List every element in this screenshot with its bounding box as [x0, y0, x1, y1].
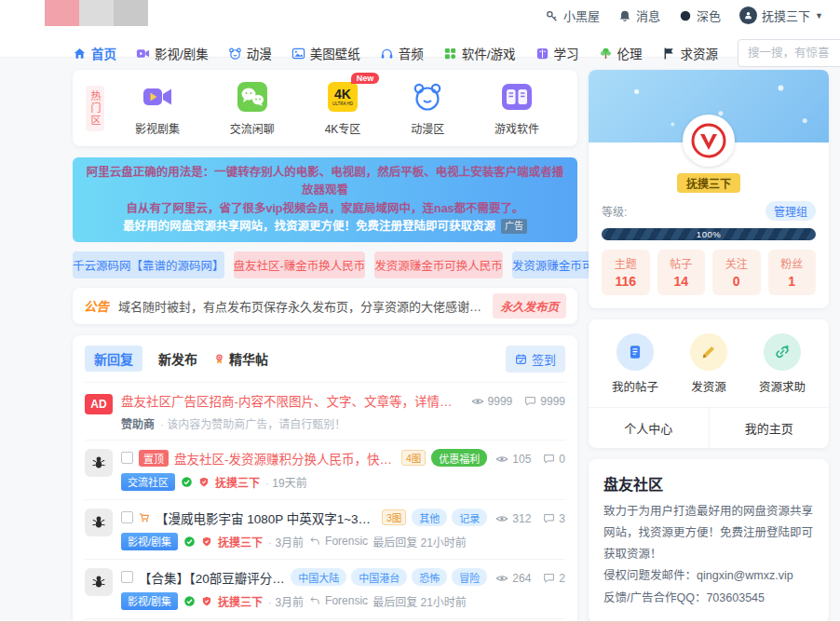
nav-label: 音频: [399, 44, 424, 62]
jail-link[interactable]: 小黑屋: [546, 7, 600, 24]
svg-text:4K: 4K: [334, 87, 351, 102]
tab-new-reply[interactable]: 新回复: [85, 346, 142, 372]
shortcut-my-posts[interactable]: 我的帖子: [612, 333, 658, 395]
stat-label: 关注: [712, 255, 761, 271]
permanent-page-link[interactable]: 永久发布页: [493, 293, 566, 319]
forum-badge[interactable]: 交流社区: [121, 473, 175, 491]
thread-tag[interactable]: 恐怖: [412, 568, 447, 586]
personal-center-link[interactable]: 个人中心: [589, 408, 710, 448]
nav-item-software[interactable]: 软件/游戏: [443, 44, 516, 62]
shortcut-post-resource[interactable]: 发资源: [690, 333, 727, 395]
shortcut-request-help[interactable]: 资源求助: [759, 333, 806, 395]
comment-count: 0: [543, 453, 565, 466]
thread-row[interactable]: 置顶 盘友社区-发资源赚积分换人民币，快来分享你的资源吧 4图 优惠福利 交流社…: [85, 440, 565, 499]
profile-avatar[interactable]: [683, 115, 735, 167]
thread-author[interactable]: 抚摸三下: [215, 474, 260, 490]
user-menu[interactable]: 抚摸三下 ▼: [739, 7, 823, 24]
thread-tag[interactable]: 中国大陆: [291, 568, 346, 586]
tab-essence[interactable]: 精华帖: [213, 349, 268, 368]
thread-checkbox[interactable]: [121, 511, 133, 523]
thread-time: 3月前: [268, 593, 304, 609]
nav-item-ethics[interactable]: 伦理: [599, 44, 643, 62]
profile-level-row: 等级: 管理组: [589, 193, 829, 221]
thread-tag[interactable]: 中国港台: [351, 568, 407, 586]
forum-badge[interactable]: 影视/剧集: [121, 592, 178, 610]
ad-thread-row[interactable]: AD 盘友社区广告区招商-内容不限图片、文字、文章等，详情点击插件，投放请联系Q…: [85, 382, 565, 440]
profile-name-badge[interactable]: 抚摸三下: [677, 173, 740, 193]
nav-item-request[interactable]: 求资源: [662, 44, 719, 62]
friend-link[interactable]: 盘友社区-赚金币换人民币: [234, 251, 366, 278]
comment-count-value: 9999: [540, 395, 565, 408]
thread-author[interactable]: 抚摸三下: [218, 534, 263, 549]
nav-item-anime[interactable]: 动漫: [228, 44, 272, 62]
hot-item-chat[interactable]: 交流闲聊: [230, 80, 275, 136]
hot-item-games[interactable]: 游戏软件: [495, 80, 539, 136]
last-reply: Forensic 最后回复 21小时前: [309, 593, 467, 609]
thread-title[interactable]: 【合集】【20部豆瓣评分最高的高分恐怖片】: [139, 568, 285, 587]
search-input[interactable]: [738, 47, 840, 60]
messages-label: 消息: [636, 7, 660, 24]
nav-item-audio[interactable]: 音频: [380, 44, 424, 62]
nav-item-movies[interactable]: 影视/剧集: [136, 44, 209, 62]
logo-block: [79, 0, 114, 26]
svg-text:ULTRA HD: ULTRA HD: [332, 102, 354, 106]
last-replier[interactable]: Forensic: [325, 594, 368, 607]
thread-main: 置顶 盘友社区-发资源赚积分换人民币，快来分享你的资源吧 4图 优惠福利 交流社…: [121, 449, 487, 491]
thread-row[interactable]: 【漫威电影宇宙 1080P 中英双字1~34部合集】 3图 其他记录 影视/剧集…: [85, 499, 565, 559]
thread-checkbox[interactable]: [121, 452, 133, 464]
avatar[interactable]: [85, 449, 113, 477]
thread-tag[interactable]: 冒险: [452, 568, 487, 586]
nav-item-home[interactable]: 首页: [73, 44, 116, 62]
avatar[interactable]: [85, 509, 113, 536]
my-homepage-link[interactable]: 我的主页: [710, 408, 830, 448]
avatar[interactable]: [85, 568, 113, 596]
stat-posts[interactable]: 帖子14: [657, 250, 706, 295]
stat-following[interactable]: 关注0: [712, 250, 761, 295]
hot-item-movies[interactable]: 影视剧集: [135, 80, 180, 136]
home-icon: [73, 47, 87, 61]
nav-item-wallpapers[interactable]: 美图壁纸: [291, 44, 360, 62]
comment-count-value: 0: [559, 453, 565, 466]
forum-badge[interactable]: 影视/剧集: [121, 533, 178, 550]
shield-icon: [201, 595, 212, 607]
thread-author[interactable]: 抚摸三下: [218, 593, 263, 609]
thread-row[interactable]: 【合集】【20部豆瓣评分最高的高分恐怖片】 中国大陆中国港台恐怖冒险 影视/剧集…: [85, 559, 565, 618]
friend-link[interactable]: 发资源赚金币可换人民币: [374, 251, 503, 278]
stat-value: 116: [602, 274, 650, 289]
user-group-badge[interactable]: 管理组: [765, 201, 816, 221]
thread-title[interactable]: 盘友社区-发资源赚积分换人民币，快来分享你的资源吧: [174, 449, 396, 468]
view-count-value: 105: [512, 453, 531, 466]
ad-row-note: 该内容为赞助商广告，请自行甄别！: [160, 415, 345, 431]
reply-arrow-icon: [309, 595, 320, 606]
sign-in-button[interactable]: 签到: [506, 346, 565, 373]
messages-link[interactable]: 消息: [618, 7, 660, 24]
stat-threads[interactable]: 主题116: [602, 250, 650, 295]
nav-item-study[interactable]: 学习: [535, 44, 579, 62]
nav-label: 首页: [91, 44, 116, 62]
view-count-value: 264: [512, 572, 531, 585]
cart-icon: [139, 511, 150, 524]
profile-stats: 主题116 帖子14 关注0 粉丝1: [589, 240, 829, 308]
view-count-value: 9999: [488, 395, 513, 408]
ad-row-title[interactable]: 盘友社区广告区招商-内容不限图片、文字、文章等，详情点击插件，投放请联系QQ：7…: [121, 391, 463, 410]
hot-item-anime[interactable]: 动漫区: [411, 80, 444, 136]
thread-tag[interactable]: 记录: [452, 509, 487, 526]
profile-card: 抚摸三下 等级: 管理组 100% 主题116 帖子14 关注0 粉丝1: [589, 70, 829, 308]
tab-new-post[interactable]: 新发布: [158, 349, 197, 368]
hot-item-4k[interactable]: New 4KULTRA HD 4K专区: [325, 80, 361, 136]
stat-followers[interactable]: 粉丝1: [768, 250, 817, 295]
search-box: [738, 39, 840, 67]
doc-icon: [616, 333, 654, 371]
thread-tag[interactable]: 其他: [412, 509, 447, 526]
thread-list: 置顶 盘友社区-发资源赚积分换人民币，快来分享你的资源吧 4图 优惠福利 交流社…: [85, 440, 565, 624]
thread-checkbox[interactable]: [121, 571, 133, 583]
dark-mode-toggle[interactable]: 深色: [679, 7, 721, 24]
nav-label: 求资源: [681, 44, 719, 62]
friend-link[interactable]: 千云源码网【靠谱的源码网】: [73, 251, 224, 278]
thread-tag[interactable]: 优惠福利: [431, 449, 487, 467]
about-qq: 反馈/广告合作QQ：703603545: [603, 588, 814, 609]
last-replier[interactable]: Forensic: [325, 535, 368, 548]
ad-banner[interactable]: 阿里云盘正确的用法是：一键转存别人的电影、电视剧，然后平板、电视上安装客户端或者…: [73, 157, 577, 242]
thread-title[interactable]: 【漫威电影宇宙 1080P 中英双字1~34部合集】: [156, 509, 376, 527]
site-logo[interactable]: [45, 0, 148, 26]
